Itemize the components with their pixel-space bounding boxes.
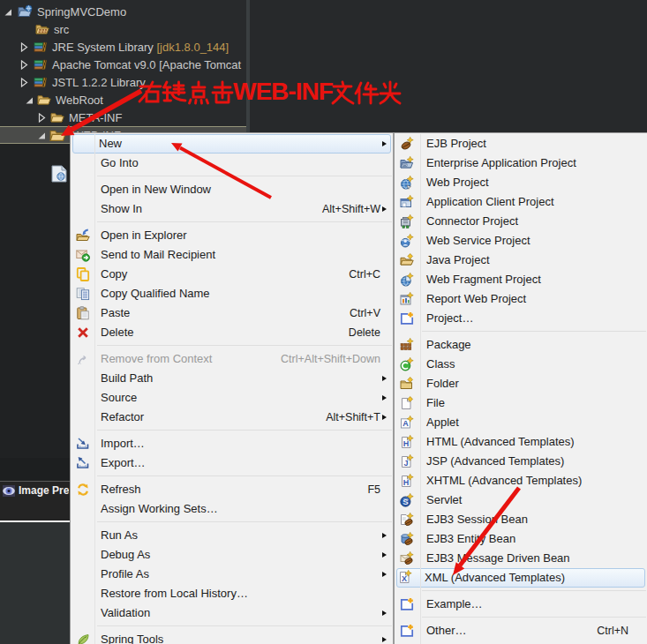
svg-text:J: J [403,459,408,468]
svg-text:H: H [403,478,410,487]
svg-text:A: A [402,419,409,428]
svg-text:X: X [402,574,407,583]
svg-text:H: H [403,439,410,448]
svg-text:S: S [402,497,408,506]
